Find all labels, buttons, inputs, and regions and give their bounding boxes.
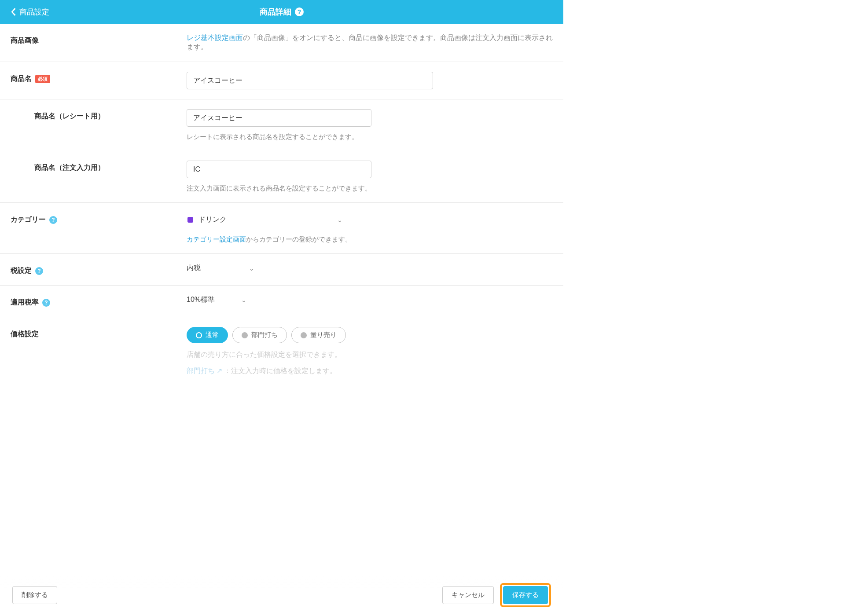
tax-setting-value: 内税 (187, 264, 201, 273)
price-desc-2: 部門打ち↗：注文入力時に価格を設定します。 (187, 367, 553, 376)
label-tax-setting: 税設定 ? (11, 266, 43, 275)
row-order-name: 商品名（注文入力用） 注文入力画面に表示される商品名を設定することができます。 (0, 151, 563, 203)
order-name-input[interactable] (187, 161, 371, 178)
row-tax-rate: 適用税率 ? 10%標準 ⌄ (0, 286, 563, 317)
price-mode-normal[interactable]: 通常 (187, 327, 228, 343)
required-badge: 必須 (35, 75, 50, 83)
row-product-image: 商品画像 レジ基本設定画面の「商品画像」をオンにすると、商品に画像を設定できます… (0, 24, 563, 62)
receipt-name-input[interactable] (187, 109, 371, 127)
app-header: 商品設定 商品詳細 ? (0, 0, 563, 24)
back-button[interactable]: 商品設定 (11, 7, 49, 17)
chevron-down-icon: ⌄ (241, 297, 246, 304)
label-product-image: 商品画像 (11, 36, 39, 45)
page-title: 商品詳細 ? (260, 7, 304, 17)
price-desc-1: 店舗の売り方に合った価格設定を選択できます。 (187, 350, 553, 359)
category-hint: カテゴリー設定画面からカテゴリーの登録ができます。 (187, 235, 553, 244)
category-color-swatch (187, 217, 193, 223)
receipt-name-hint: レシートに表示される商品名を設定することができます。 (187, 133, 553, 141)
row-price-setting: 価格設定 通常 部門打ち 量り売り 店舗の売り方に合った価格設定を選択できます。 (0, 317, 563, 385)
radio-icon (196, 332, 202, 338)
external-link-icon: ↗ (217, 367, 222, 374)
order-name-hint: 注文入力画面に表示される商品名を設定することができます。 (187, 184, 553, 193)
row-tax-setting: 税設定 ? 内税 ⌄ (0, 254, 563, 286)
row-category: カテゴリー ? ドリンク ⌄ カテゴリー設定画面からカテゴリーの登録ができます。 (0, 203, 563, 254)
help-icon[interactable]: ? (35, 267, 43, 275)
chevron-down-icon: ⌄ (337, 216, 342, 224)
row-receipt-name: 商品名（レシート用） レシートに表示される商品名を設定することができます。 (0, 99, 563, 151)
label-tax-rate: 適用税率 ? (11, 298, 50, 307)
label-product-name: 商品名 必須 (11, 74, 50, 84)
label-price-setting: 価格設定 (11, 330, 39, 339)
tax-setting-select[interactable]: 内税 ⌄ (187, 264, 553, 273)
form-content: 商品画像 レジ基本設定画面の「商品画像」をオンにすると、商品に画像を設定できます… (0, 24, 563, 425)
category-select[interactable]: ドリンク ⌄ (187, 213, 345, 229)
back-label: 商品設定 (19, 7, 49, 17)
help-icon[interactable]: ? (49, 216, 57, 224)
chevron-left-icon (11, 8, 16, 16)
category-value: ドリンク (198, 215, 227, 224)
price-mode-dept[interactable]: 部門打ち (232, 327, 287, 343)
category-settings-link[interactable]: カテゴリー設定画面 (187, 235, 246, 243)
price-mode-weight[interactable]: 量り売り (291, 327, 346, 343)
tax-rate-select[interactable]: 10%標準 ⌄ (187, 295, 553, 304)
basic-settings-link[interactable]: レジ基本設定画面 (187, 34, 243, 41)
chevron-down-icon: ⌄ (249, 265, 254, 272)
product-name-input[interactable] (187, 72, 433, 89)
help-icon[interactable]: ? (42, 299, 50, 307)
label-category: カテゴリー ? (11, 215, 57, 224)
label-receipt-name: 商品名（レシート用） (34, 112, 105, 121)
dept-link[interactable]: 部門打ち (187, 367, 215, 374)
help-icon[interactable]: ? (295, 7, 304, 16)
radio-icon (301, 332, 307, 338)
radio-icon (242, 332, 248, 338)
price-mode-options: 通常 部門打ち 量り売り (187, 327, 553, 343)
tax-rate-value: 10%標準 (187, 295, 215, 304)
label-order-name: 商品名（注文入力用） (34, 163, 105, 172)
row-product-name: 商品名 必須 (0, 62, 563, 99)
